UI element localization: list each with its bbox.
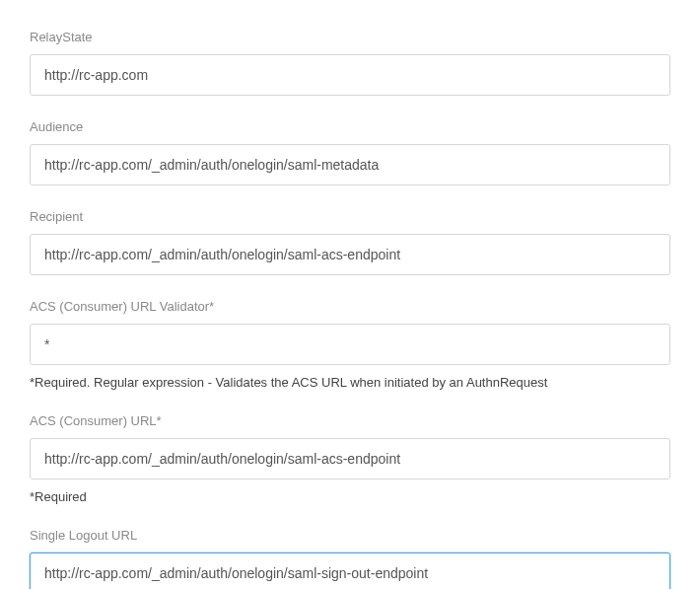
acs-validator-help: *Required. Regular expression - Validate… xyxy=(30,375,670,390)
acs-url-help: *Required xyxy=(30,489,670,504)
relay-state-field: RelayState xyxy=(30,30,670,96)
acs-validator-field: ACS (Consumer) URL Validator* *Required.… xyxy=(30,299,670,390)
audience-input[interactable] xyxy=(30,144,670,185)
acs-url-label: ACS (Consumer) URL* xyxy=(30,413,670,428)
acs-url-input[interactable] xyxy=(30,438,670,479)
acs-validator-label: ACS (Consumer) URL Validator* xyxy=(30,299,670,314)
relay-state-label: RelayState xyxy=(30,30,670,44)
acs-validator-input[interactable] xyxy=(30,324,670,365)
acs-url-field: ACS (Consumer) URL* *Required xyxy=(30,413,670,504)
single-logout-url-field: Single Logout URL xyxy=(30,528,670,589)
audience-label: Audience xyxy=(30,119,670,134)
recipient-field: Recipient xyxy=(30,209,670,275)
single-logout-url-label: Single Logout URL xyxy=(30,528,670,543)
relay-state-input[interactable] xyxy=(30,54,670,96)
recipient-label: Recipient xyxy=(30,209,670,224)
recipient-input[interactable] xyxy=(30,234,670,275)
single-logout-url-input[interactable] xyxy=(30,552,670,589)
audience-field: Audience xyxy=(30,119,670,185)
